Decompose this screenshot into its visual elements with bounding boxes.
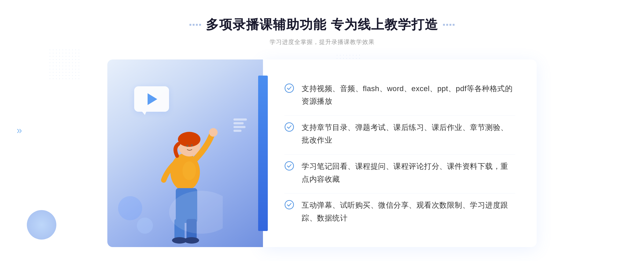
main-content: 支持视频、音频、flash、word、excel、ppt、pdf等各种格式的资源… bbox=[107, 59, 537, 247]
deco-line-1 bbox=[233, 118, 247, 121]
title-decoration-right bbox=[443, 24, 455, 26]
feature-text-3: 学习笔记回看、课程提问、课程评论打分、课件资料下载，重点内容收藏 bbox=[302, 160, 515, 185]
svg-point-16 bbox=[285, 200, 294, 209]
page-subtitle: 学习进度全掌握，提升录播课教学效果 bbox=[189, 38, 454, 46]
feature-text-2: 支持章节目录、弹题考试、课后练习、课后作业、章节测验、批改作业 bbox=[302, 121, 515, 147]
title-decoration-left bbox=[189, 24, 201, 26]
chevron-left-decoration: » bbox=[17, 125, 22, 136]
feature-item-4: 互动弹幕、试听购买、微信分享、观看次数限制、学习进度跟踪、数据统计 bbox=[284, 193, 515, 230]
svg-point-11 bbox=[191, 144, 193, 146]
deco-line-3 bbox=[233, 126, 246, 128]
feature-item-1: 支持视频、音频、flash、word、excel、ppt、pdf等各种格式的资源… bbox=[284, 77, 515, 113]
deco-line-4 bbox=[233, 130, 241, 132]
feature-text-1: 支持视频、音频、flash、word、excel、ppt、pdf等各种格式的资源… bbox=[302, 82, 515, 108]
deco-circle-blue bbox=[118, 196, 142, 220]
illustration-panel bbox=[107, 59, 263, 247]
decorative-lines bbox=[233, 118, 247, 140]
check-icon-1 bbox=[284, 83, 294, 93]
feature-item-2: 支持章节目录、弹题考试、课后练习、课后作业、章节测验、批改作业 bbox=[284, 115, 515, 152]
feature-text-4: 互动弹幕、试听购买、微信分享、观看次数限制、学习进度跟踪、数据统计 bbox=[302, 199, 515, 224]
svg-point-15 bbox=[285, 162, 294, 170]
svg-point-8 bbox=[184, 237, 199, 244]
check-icon-3 bbox=[284, 161, 294, 171]
svg-point-10 bbox=[186, 145, 188, 147]
blue-accent-bar bbox=[258, 76, 268, 231]
svg-point-2 bbox=[178, 132, 200, 147]
page-container: » 多项录播课辅助功能 专为线上教学打造 学习进度全掌握，提升录播课教学效果 bbox=[0, 0, 644, 261]
check-icon-2 bbox=[284, 122, 294, 132]
features-panel: 支持视频、音频、flash、word、excel、ppt、pdf等各种格式的资源… bbox=[263, 59, 537, 247]
svg-point-14 bbox=[285, 123, 294, 131]
title-row: 多项录播课辅助功能 专为线上教学打造 bbox=[189, 16, 454, 33]
deco-blue-circle-bottom bbox=[27, 210, 56, 240]
svg-point-13 bbox=[285, 84, 294, 92]
feature-item-3: 学习笔记回看、课程提问、课程评论打分、课件资料下载，重点内容收藏 bbox=[284, 154, 515, 191]
check-icon-4 bbox=[284, 200, 294, 210]
deco-line-2 bbox=[233, 122, 244, 124]
svg-point-3 bbox=[209, 128, 218, 137]
svg-point-9 bbox=[182, 161, 196, 180]
person-figure bbox=[148, 92, 223, 247]
decorative-dots-left bbox=[48, 48, 80, 80]
page-title: 多项录播课辅助功能 专为线上教学打造 bbox=[206, 16, 438, 33]
header-section: 多项录播课辅助功能 专为线上教学打造 学习进度全掌握，提升录播课教学效果 bbox=[189, 16, 454, 46]
